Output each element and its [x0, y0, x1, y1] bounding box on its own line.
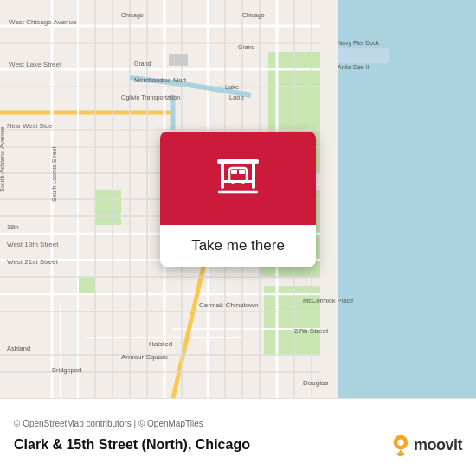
svg-rect-73: [221, 163, 224, 189]
svg-text:Cermak-Chinatown: Cermak-Chinatown: [199, 301, 258, 309]
bottom-bar: © OpenStreetMap contributors | © OpenMap…: [0, 398, 476, 476]
location-row: Clark & 15th Street (North), Chicago moo…: [14, 434, 462, 456]
svg-text:Chicago: Chicago: [121, 12, 144, 19]
svg-text:Grand: Grand: [134, 61, 151, 67]
svg-rect-44: [169, 54, 188, 66]
svg-text:West Chicago Avenue: West Chicago Avenue: [9, 18, 77, 26]
svg-point-83: [397, 440, 403, 446]
svg-text:Armour Square: Armour Square: [121, 353, 169, 361]
svg-text:McCormick Place: McCormick Place: [303, 297, 353, 305]
take-me-there-button[interactable]: Take me there: [160, 225, 316, 267]
svg-text:Lake: Lake: [225, 83, 239, 91]
moovit-brand-text: moovit: [414, 436, 462, 454]
svg-text:Loop: Loop: [229, 93, 244, 101]
svg-text:Merchandise Mart: Merchandise Mart: [134, 76, 187, 84]
moovit-logo: moovit: [391, 434, 462, 456]
svg-text:West Lake Street: West Lake Street: [9, 61, 62, 68]
svg-text:West 21st Street: West 21st Street: [7, 258, 59, 266]
svg-point-80: [241, 181, 245, 184]
svg-text:Anita Dee II: Anita Dee II: [338, 64, 370, 70]
svg-rect-78: [239, 170, 245, 174]
svg-text:Bridgeport: Bridgeport: [52, 366, 83, 374]
card-overlay: Take me there: [160, 132, 316, 267]
bus-stop-icon: [210, 151, 266, 206]
svg-text:South Ashland Avenue: South Ashland Avenue: [0, 127, 6, 192]
svg-rect-6: [78, 277, 95, 294]
svg-rect-77: [231, 170, 237, 174]
card-icon-background: [160, 132, 316, 225]
svg-text:Near West Side: Near West Side: [7, 122, 52, 130]
svg-text:Grand: Grand: [238, 44, 255, 50]
svg-text:Navy Pier Dock: Navy Pier Dock: [338, 40, 380, 47]
moovit-pin-icon: [391, 434, 410, 456]
svg-rect-5: [95, 190, 121, 225]
location-name: Clark & 15th Street (North), Chicago: [14, 437, 250, 453]
svg-text:West 18th Street: West 18th Street: [7, 241, 59, 248]
svg-text:Chicago: Chicago: [242, 12, 265, 19]
map-container: West Chicago Avenue Chicago Chicago West…: [0, 0, 476, 398]
svg-point-79: [231, 181, 235, 184]
svg-text:Halsted: Halsted: [149, 340, 172, 348]
svg-text:27th Street: 27th Street: [294, 327, 329, 335]
svg-rect-74: [252, 163, 255, 189]
copyright-text: © OpenStreetMap contributors | © OpenMap…: [14, 419, 462, 428]
svg-rect-72: [217, 159, 259, 164]
svg-text:Ogilvie Transportation: Ogilvie Transportation: [121, 94, 180, 101]
svg-text:Ashland: Ashland: [7, 344, 30, 352]
svg-text:18th: 18th: [7, 224, 19, 230]
svg-text:South Loomis Street: South Loomis Street: [51, 147, 57, 202]
app: West Chicago Avenue Chicago Chicago West…: [0, 0, 476, 476]
svg-rect-43: [338, 48, 389, 63]
svg-text:Douglas: Douglas: [303, 379, 328, 387]
